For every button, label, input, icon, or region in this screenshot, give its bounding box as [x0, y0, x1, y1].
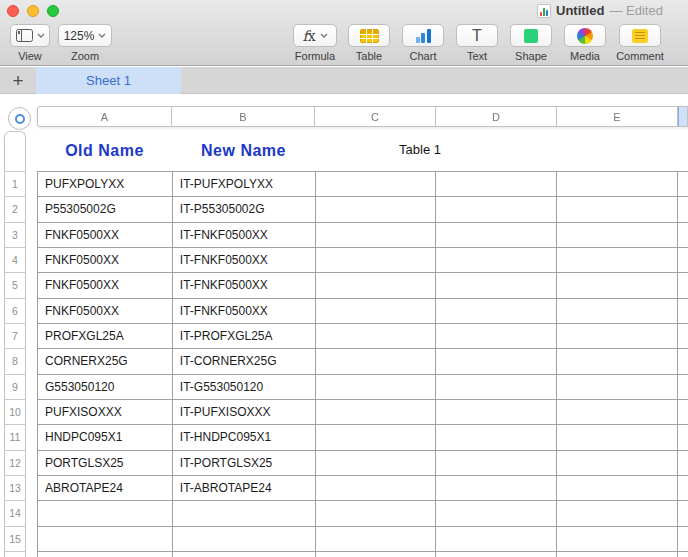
chart-button[interactable] — [402, 24, 444, 47]
cell[interactable] — [678, 501, 688, 526]
row-number-14[interactable]: 14 — [5, 501, 25, 526]
cell[interactable] — [436, 197, 557, 222]
cell[interactable]: IT-G553050120 — [173, 375, 316, 400]
cell[interactable] — [557, 527, 678, 552]
cell[interactable] — [557, 400, 678, 425]
cell[interactable] — [557, 501, 678, 526]
cell[interactable]: IT-PUFXPOLYXX — [173, 172, 316, 197]
cell[interactable]: IT-FNKF0500XX — [173, 248, 316, 273]
text-button[interactable]: T — [456, 24, 498, 47]
cell[interactable] — [38, 552, 173, 557]
cell[interactable] — [316, 172, 437, 197]
cell[interactable] — [557, 476, 678, 501]
cell[interactable] — [436, 375, 557, 400]
cell[interactable] — [316, 400, 437, 425]
cell[interactable] — [436, 324, 557, 349]
cell[interactable] — [173, 552, 316, 557]
cell[interactable] — [436, 476, 557, 501]
cell[interactable] — [678, 349, 688, 374]
cell[interactable] — [436, 299, 557, 324]
cell[interactable]: PUFXISOXXX — [38, 400, 173, 425]
cell[interactable] — [436, 349, 557, 374]
cell[interactable] — [678, 299, 688, 324]
select-all-table-circle[interactable] — [8, 107, 31, 130]
cell[interactable]: IT-CORNERX25G — [173, 349, 316, 374]
cell[interactable] — [557, 197, 678, 222]
cell[interactable] — [316, 425, 437, 450]
row-number-10[interactable]: 10 — [5, 400, 25, 425]
column-header-partial[interactable] — [678, 106, 688, 127]
row-number-13[interactable]: 13 — [5, 476, 25, 501]
minimize-window-icon[interactable] — [27, 5, 39, 17]
row-number-1[interactable]: 1 — [5, 172, 25, 197]
cell[interactable]: IT-PROFXGL25A — [173, 324, 316, 349]
comment-button[interactable] — [619, 24, 661, 47]
cell[interactable]: CORNERX25G — [38, 349, 173, 374]
cell[interactable] — [678, 425, 688, 450]
cell[interactable]: PORTGLSX25 — [38, 451, 173, 476]
column-header-C[interactable]: C — [315, 106, 436, 127]
cell[interactable] — [557, 299, 678, 324]
cell[interactable] — [316, 375, 437, 400]
cell[interactable] — [678, 400, 688, 425]
cell[interactable]: HNDPC095X1 — [38, 425, 173, 450]
cell[interactable] — [173, 501, 316, 526]
cell[interactable] — [436, 223, 557, 248]
row-number-6[interactable]: 6 — [5, 299, 25, 324]
cell[interactable] — [436, 501, 557, 526]
cell[interactable] — [557, 324, 678, 349]
cell[interactable] — [678, 197, 688, 222]
cell[interactable] — [316, 223, 437, 248]
column-header-D[interactable]: D — [436, 106, 557, 127]
cell[interactable]: FNKF0500XX — [38, 299, 173, 324]
cell[interactable]: IT-HNDPC095X1 — [173, 425, 316, 450]
cell[interactable] — [678, 375, 688, 400]
cell[interactable] — [678, 223, 688, 248]
cell[interactable] — [316, 552, 437, 557]
cell[interactable] — [678, 451, 688, 476]
row-number-11[interactable]: 11 — [5, 425, 25, 450]
cell[interactable] — [436, 552, 557, 557]
cell[interactable] — [316, 273, 437, 298]
sheet-tab-sheet1[interactable]: Sheet 1 — [36, 67, 181, 94]
cell[interactable] — [678, 273, 688, 298]
cell[interactable] — [557, 172, 678, 197]
cell[interactable] — [436, 451, 557, 476]
header-cell-new-name[interactable]: New Name — [172, 131, 315, 171]
cell[interactable] — [316, 248, 437, 273]
cell[interactable] — [557, 223, 678, 248]
cell[interactable] — [678, 248, 688, 273]
fullscreen-window-icon[interactable] — [47, 5, 59, 17]
cell[interactable] — [436, 400, 557, 425]
cell[interactable]: ABROTAPE24 — [38, 476, 173, 501]
cell[interactable] — [316, 527, 437, 552]
cell[interactable] — [38, 501, 173, 526]
cell[interactable] — [678, 552, 688, 557]
table-title[interactable]: Table 1 — [380, 142, 460, 157]
cell[interactable] — [557, 375, 678, 400]
cell[interactable] — [38, 527, 173, 552]
cell[interactable] — [436, 248, 557, 273]
cell[interactable] — [316, 451, 437, 476]
shape-button[interactable] — [510, 24, 552, 47]
row-number-8[interactable]: 8 — [5, 349, 25, 374]
column-header-B[interactable]: B — [172, 106, 315, 127]
row-number-4[interactable]: 4 — [5, 248, 25, 273]
cell[interactable] — [316, 197, 437, 222]
row-number-9[interactable]: 9 — [5, 375, 25, 400]
cell[interactable] — [678, 172, 688, 197]
cell[interactable]: IT-PUFXISOXXX — [173, 400, 316, 425]
cell[interactable]: IT-P55305002G — [173, 197, 316, 222]
cell[interactable] — [436, 273, 557, 298]
cell[interactable] — [557, 451, 678, 476]
cell[interactable] — [316, 476, 437, 501]
cell[interactable]: IT-FNKF0500XX — [173, 273, 316, 298]
cell[interactable]: IT-FNKF0500XX — [173, 223, 316, 248]
cell[interactable] — [678, 527, 688, 552]
cell[interactable] — [316, 349, 437, 374]
row-number-15[interactable]: 15 — [5, 527, 25, 552]
column-header-A[interactable]: A — [37, 106, 172, 127]
row-number-7[interactable]: 7 — [5, 324, 25, 349]
close-window-icon[interactable] — [7, 5, 19, 17]
cell[interactable]: IT-ABROTAPE24 — [173, 476, 316, 501]
